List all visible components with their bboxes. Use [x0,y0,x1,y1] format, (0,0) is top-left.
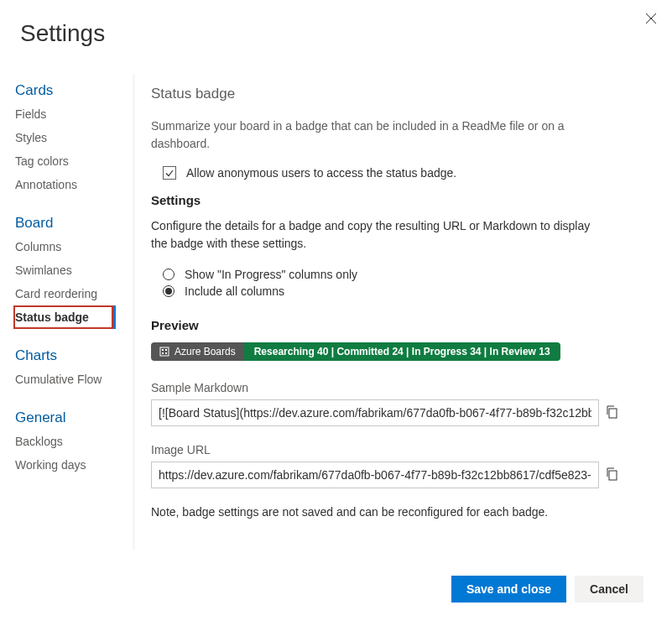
sidebar-item-backlogs[interactable]: Backlogs [13,430,133,453]
sidebar-group-board[interactable]: Board [13,206,133,235]
radio-include-all-label: Include all columns [185,284,284,298]
sidebar-item-status-badge[interactable]: Status badge [13,305,116,329]
sidebar-item-card-reordering[interactable]: Card reordering [13,282,133,305]
sidebar-group-general[interactable]: General [13,401,133,430]
settings-header: Settings [151,193,655,207]
svg-rect-5 [162,352,164,354]
sample-markdown-label: Sample Markdown [151,381,655,394]
radio-include-all[interactable]: Include all columns [163,283,655,300]
sidebar-item-cumulative-flow[interactable]: Cumulative Flow [13,368,133,391]
settings-note: Note, badge settings are not saved and c… [151,505,655,519]
dialog-footer: Save and close Cancel [451,576,643,603]
sidebar-item-styles[interactable]: Styles [13,126,133,149]
copy-markdown-button[interactable] [606,405,621,420]
copy-icon [606,405,619,419]
radio-in-progress[interactable]: Show "In Progress" columns only [163,266,655,283]
allow-anonymous-checkbox[interactable]: Allow anonymous users to access the stat… [163,166,655,180]
radio-icon-selected [163,285,175,297]
svg-rect-3 [162,349,164,351]
sidebar-item-swimlanes[interactable]: Swimlanes [13,258,133,282]
svg-rect-8 [609,471,617,480]
badge-brand: Azure Boards [175,346,236,357]
copy-icon [606,467,619,481]
sidebar-group-cards[interactable]: Cards [13,74,133,102]
svg-rect-6 [165,352,167,354]
sample-markdown-input[interactable] [151,399,599,426]
checkbox-icon [163,166,176,180]
close-button[interactable] [645,13,657,28]
page-title: Status badge [151,86,655,102]
settings-description: Configure the details for a badge and co… [151,217,604,253]
image-url-input[interactable] [151,462,599,488]
sidebar-item-annotations[interactable]: Annotations [13,173,133,196]
sidebar-item-fields[interactable]: Fields [13,102,133,126]
sidebar-item-tag-colors[interactable]: Tag colors [13,149,133,173]
save-and-close-button[interactable]: Save and close [451,576,566,603]
close-icon [645,13,657,27]
dialog-title: Settings [20,20,105,47]
preview-header: Preview [151,318,655,332]
svg-rect-4 [165,349,167,351]
azure-boards-icon [159,347,169,357]
svg-rect-7 [609,409,617,418]
badge-status: Researching 40 | Committed 24 | In Progr… [244,342,560,361]
cancel-button[interactable]: Cancel [575,576,643,603]
sidebar-group-charts[interactable]: Charts [13,339,133,368]
page-summary: Summarize your board in a badge that can… [151,117,604,153]
svg-rect-2 [160,347,169,356]
columns-radio-group: Show "In Progress" columns only Include … [163,266,655,300]
copy-url-button[interactable] [606,467,621,483]
image-url-label: Image URL [151,443,655,456]
settings-sidebar: Cards Fields Styles Tag colors Annotatio… [0,74,134,550]
allow-anonymous-label: Allow anonymous users to access the stat… [186,166,456,180]
badge-preview: Azure Boards Researching 40 | Committed … [151,342,560,361]
radio-in-progress-label: Show "In Progress" columns only [185,268,357,281]
sidebar-item-working-days[interactable]: Working days [13,453,133,477]
radio-icon [163,269,175,280]
sidebar-item-columns[interactable]: Columns [13,235,133,258]
main-content: Status badge Summarize your board in a b… [134,74,672,550]
